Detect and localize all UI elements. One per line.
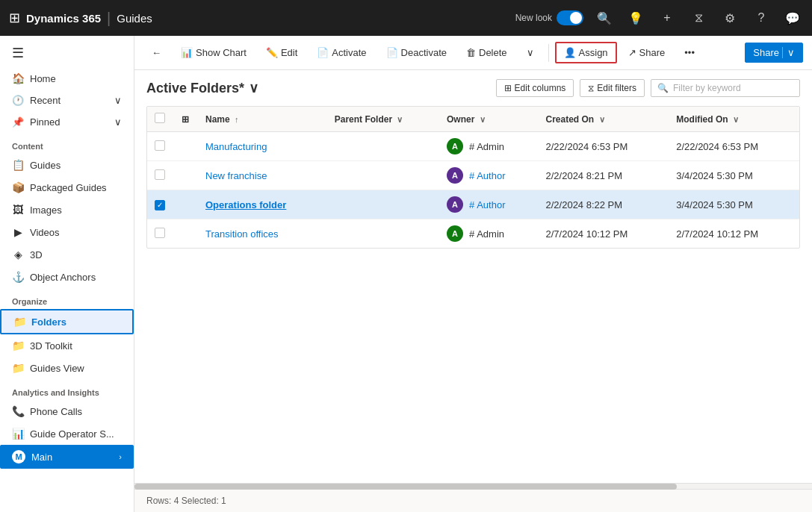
table-row[interactable]: Transition offices A # Admin 2/7/2024 10…	[147, 219, 799, 249]
sidebar-item-guides[interactable]: 📋 Guides	[0, 154, 134, 176]
assign-button[interactable]: 👤 Assign	[555, 42, 617, 63]
settings-icon[interactable]: ⚙	[719, 11, 740, 25]
new-look-toggle-area: New look	[515, 10, 583, 25]
share-primary-label: Share	[753, 47, 779, 58]
td-modified-on: 3/4/2024 5:30 PM	[669, 161, 799, 190]
back-icon: ←	[152, 47, 161, 58]
owner-link[interactable]: # Author	[469, 170, 505, 181]
sidebar-item-pinned[interactable]: 📌 Pinned ∨	[0, 111, 134, 133]
avatar: A	[447, 138, 463, 154]
delete-button[interactable]: 🗑 Delete	[458, 43, 515, 63]
edit-columns-button[interactable]: ⊞ Edit columns	[496, 79, 574, 97]
scroll-thumb[interactable]	[134, 484, 677, 490]
th-parent-label: Parent Folder	[335, 114, 392, 125]
th-created-on[interactable]: Created On ∨	[538, 107, 669, 132]
td-checkbox[interactable]: ✓	[147, 190, 174, 219]
delete-icon: 🗑	[466, 47, 476, 58]
sidebar-item-3d-toolkit[interactable]: 📁 3D Toolkit	[0, 334, 134, 357]
content-title-actions: ⊞ Edit columns ⧖ Edit filters 🔍 Filter b…	[496, 79, 800, 97]
filter-keyword-input[interactable]: 🔍 Filter by keyword	[651, 79, 800, 97]
sidebar-item-main[interactable]: M Main ›	[0, 445, 134, 469]
share-icon: ↗	[628, 47, 636, 58]
td-name[interactable]: New franchise	[198, 161, 327, 190]
table-row[interactable]: Manufacturing A # Admin 2/22/2024 6:53 P…	[147, 132, 799, 161]
row-name-link[interactable]: Manufacturing	[205, 141, 267, 152]
sidebar-item-recent[interactable]: 🕐 Recent ∨	[0, 90, 134, 111]
sidebar-item-folders[interactable]: 📁 Folders	[0, 309, 134, 334]
sidebar-item-home[interactable]: 🏠 Home	[0, 67, 134, 90]
more-dropdown-button[interactable]: ∨	[518, 43, 542, 63]
table-row[interactable]: New franchise A # Author 2/2/2024 8:21 P…	[147, 161, 799, 190]
module-name: Guides	[117, 12, 152, 25]
row-name-link[interactable]: Transition offices	[205, 228, 279, 240]
td-checkbox[interactable]	[147, 161, 174, 190]
sidebar-item-guide-operator[interactable]: 📊 Guide Operator S...	[0, 422, 134, 445]
lightbulb-icon[interactable]: 💡	[625, 11, 646, 25]
chevron-down-icon-2: ∨	[114, 116, 122, 128]
edit-button[interactable]: ✏️ Edit	[258, 43, 306, 63]
select-all-checkbox[interactable]	[155, 113, 165, 123]
sidebar-item-object-anchors[interactable]: ⚓ Object Anchors	[0, 266, 134, 288]
td-checkbox[interactable]	[147, 132, 174, 161]
td-name[interactable]: Operations folder	[198, 190, 327, 219]
selected-count: Selected: 1	[182, 496, 226, 506]
td-owner[interactable]: A # Author	[439, 161, 538, 190]
add-icon[interactable]: +	[657, 11, 678, 25]
toolbar-separator	[548, 44, 549, 62]
table-row[interactable]: ✓ Operations folder A # Author 2/2/2024 …	[147, 190, 799, 219]
horizontal-scrollbar[interactable]	[134, 483, 812, 489]
avatar: A	[447, 225, 463, 242]
th-hierarchy[interactable]: ⊞	[174, 107, 198, 132]
new-look-toggle[interactable]	[557, 10, 583, 25]
sidebar-item-3d[interactable]: ◈ 3D	[0, 243, 134, 266]
edit-filters-button[interactable]: ⧖ Edit filters	[580, 79, 645, 97]
table-header: ⊞ Name ↑ Parent Folder ∨ Owner	[147, 107, 799, 132]
td-owner[interactable]: A # Admin	[439, 219, 538, 249]
title-dropdown-icon[interactable]: ∨	[249, 80, 258, 96]
row-name-link[interactable]: New franchise	[205, 170, 267, 181]
sidebar-item-phone-calls[interactable]: 📞 Phone Calls	[0, 400, 134, 422]
sidebar-item-guides-view[interactable]: 📁 Guides View	[0, 357, 134, 379]
row-checkbox[interactable]	[155, 169, 165, 180]
sidebar-toolkit-label: 3D Toolkit	[30, 340, 72, 352]
deactivate-button[interactable]: 📄 Deactivate	[378, 43, 455, 63]
sidebar-item-images[interactable]: 🖼 Images	[0, 199, 134, 221]
sidebar-hamburger[interactable]: ☰	[0, 39, 134, 67]
td-owner[interactable]: A # Admin	[439, 132, 538, 161]
th-owner[interactable]: Owner ∨	[439, 107, 538, 132]
th-name-label: Name	[205, 114, 230, 125]
share-primary-button[interactable]: Share ∨	[745, 43, 803, 63]
more-button[interactable]: •••	[676, 43, 703, 63]
search-icon[interactable]: 🔍	[594, 11, 615, 25]
sidebar: ☰ 🏠 Home 🕐 Recent ∨ 📌 Pinned ∨ Content 📋…	[0, 36, 134, 512]
edit-label: Edit	[281, 47, 297, 58]
th-modified-on[interactable]: Modified On ∨	[669, 107, 799, 132]
row-name-link[interactable]: Operations folder	[205, 199, 286, 210]
td-owner[interactable]: A # Author	[439, 190, 538, 219]
share-primary-dropdown[interactable]: ∨	[782, 47, 795, 58]
th-select-all[interactable]	[147, 107, 174, 132]
td-checkbox[interactable]	[147, 219, 174, 249]
activate-button[interactable]: 📄 Activate	[309, 43, 374, 63]
help-icon[interactable]: ?	[751, 11, 772, 25]
owner-text: # Admin	[469, 228, 504, 240]
filter-icon[interactable]: ⧖	[688, 11, 709, 25]
app-logo-area: ⊞ Dynamics 365 | Guides	[9, 10, 152, 27]
th-name[interactable]: Name ↑	[198, 107, 327, 132]
td-name[interactable]: Transition offices	[198, 219, 327, 249]
show-chart-button[interactable]: 📊 Show Chart	[173, 43, 255, 63]
filter-icon-2: ⧖	[588, 83, 594, 93]
owner-link[interactable]: # Author	[469, 199, 505, 210]
row-checkbox[interactable]: ✓	[155, 200, 165, 210]
grid-icon[interactable]: ⊞	[9, 10, 20, 26]
back-button[interactable]: ←	[143, 43, 170, 63]
share-button[interactable]: ↗ Share	[620, 43, 674, 63]
sidebar-item-videos[interactable]: ▶ Videos	[0, 221, 134, 243]
row-checkbox[interactable]	[155, 140, 165, 151]
owner-text: # Admin	[469, 141, 504, 152]
td-name[interactable]: Manufacturing	[198, 132, 327, 161]
row-checkbox[interactable]	[155, 228, 165, 238]
th-parent-folder[interactable]: Parent Folder ∨	[327, 107, 439, 132]
sidebar-item-packaged-guides[interactable]: 📦 Packaged Guides	[0, 176, 134, 199]
chat-icon[interactable]: 💬	[782, 11, 803, 25]
